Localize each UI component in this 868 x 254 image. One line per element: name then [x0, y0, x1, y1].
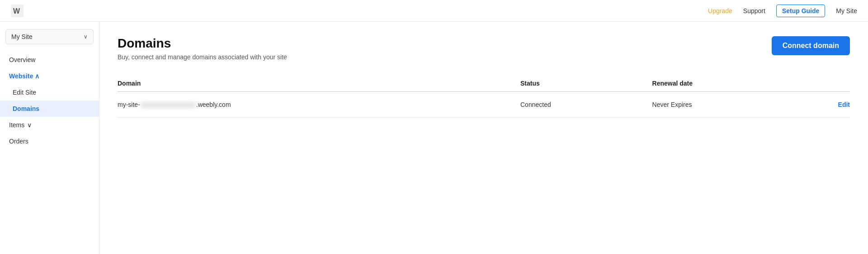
col-status-header: Status — [520, 75, 652, 92]
sidebar-item-overview[interactable]: Overview — [0, 52, 99, 68]
action-cell[interactable]: Edit — [784, 92, 850, 118]
col-renewal-header: Renewal date — [652, 75, 784, 92]
connect-domain-button[interactable]: Connect domain — [772, 36, 850, 55]
col-action-header — [784, 75, 850, 92]
app-layout: My Site ∨ Overview Website ∧ Edit Site D… — [0, 22, 868, 254]
support-link[interactable]: Support — [743, 7, 765, 14]
chevron-up-icon: ∧ — [35, 72, 39, 80]
sidebar-item-orders[interactable]: Orders — [0, 133, 99, 149]
edit-link[interactable]: Edit — [838, 101, 850, 108]
page-title-area: Domains Buy, connect and manage domains … — [118, 36, 287, 61]
sidebar: My Site ∨ Overview Website ∧ Edit Site D… — [0, 22, 99, 254]
domain-blurred — [141, 102, 195, 108]
renewal-cell: Never Expires — [652, 92, 784, 118]
domains-table: Domain Status Renewal date my-site-.weeb… — [118, 75, 850, 118]
top-nav-links: Upgrade Support Setup Guide My Site — [708, 5, 857, 17]
site-selector[interactable]: My Site ∨ — [5, 29, 94, 44]
domain-prefix: my-site- — [118, 101, 140, 108]
sidebar-item-edit-site[interactable]: Edit Site — [0, 84, 99, 101]
page-title: Domains — [118, 36, 287, 51]
top-nav: W Upgrade Support Setup Guide My Site — [0, 0, 868, 22]
col-domain-header: Domain — [118, 75, 520, 92]
domain-suffix: .weebly.com — [196, 101, 231, 108]
main-content: Domains Buy, connect and manage domains … — [99, 22, 868, 254]
sidebar-item-domains[interactable]: Domains — [0, 101, 99, 117]
my-site-nav-link[interactable]: My Site — [836, 7, 857, 14]
domain-cell: my-site-.weebly.com — [118, 92, 520, 118]
chevron-down-items-icon: ∨ — [27, 121, 32, 129]
page-header: Domains Buy, connect and manage domains … — [118, 36, 850, 61]
weebly-logo-icon: W — [11, 5, 24, 17]
page-subtitle: Buy, connect and manage domains associat… — [118, 53, 287, 61]
sidebar-item-items[interactable]: Items ∨ — [0, 117, 99, 133]
chevron-down-icon: ∨ — [84, 34, 88, 40]
svg-text:W: W — [13, 7, 20, 15]
website-label: Website — [9, 72, 33, 80]
table-header-row: Domain Status Renewal date — [118, 75, 850, 92]
status-cell: Connected — [520, 92, 652, 118]
table-row: my-site-.weebly.com Connected Never Expi… — [118, 92, 850, 118]
site-selector-label: My Site — [11, 33, 33, 40]
logo-area: W — [11, 5, 24, 17]
items-label: Items — [9, 121, 24, 129]
setup-guide-link[interactable]: Setup Guide — [776, 5, 825, 17]
upgrade-link[interactable]: Upgrade — [708, 7, 732, 14]
sidebar-item-website[interactable]: Website ∧ — [0, 68, 99, 84]
